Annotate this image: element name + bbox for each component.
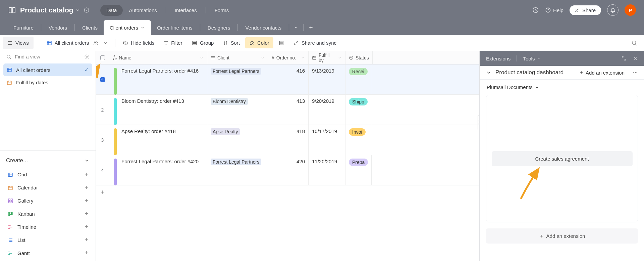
linked-record-chip[interactable]: Apse Realty <box>211 128 240 135</box>
expand-icon[interactable] <box>621 56 627 61</box>
cell-client[interactable]: Bloom Dentistry <box>207 95 268 125</box>
cell-fulfill-by[interactable]: 10/17/2019 <box>309 125 345 155</box>
add-extension-button[interactable]: Add an extension <box>579 70 625 76</box>
tab-order-line-items[interactable]: Order line items <box>151 20 199 35</box>
row-checkbox-cell[interactable]: 2 <box>96 95 109 125</box>
nav-forms[interactable]: Forms <box>209 5 235 16</box>
create-sales-agreement-button[interactable]: Create sales agreement <box>492 151 633 166</box>
history-icon[interactable] <box>532 7 539 13</box>
panel-drag-handle[interactable] <box>478 115 480 130</box>
add-row-button[interactable] <box>96 185 479 199</box>
tab-clients[interactable]: Clients <box>76 20 104 35</box>
cell-status[interactable]: Prepa <box>345 155 372 185</box>
table-row[interactable]: 4 Forrest Legal Partners: order #420 For… <box>96 155 479 185</box>
row-height-button[interactable] <box>275 38 288 48</box>
row-checkbox-cell[interactable]: 3 <box>96 125 109 155</box>
column-header-name[interactable]: ƒx Name <box>109 51 207 64</box>
more-options-icon[interactable] <box>633 70 638 75</box>
linked-record-chip[interactable]: Forrest Legal Partners <box>211 159 261 165</box>
linked-record-chip[interactable]: Bloom Dentistry <box>211 98 248 105</box>
tab-designers[interactable]: Designers <box>202 20 236 35</box>
chevron-down-icon[interactable] <box>103 41 108 45</box>
cell-name[interactable]: Forrest Legal Partners: order #420 <box>109 155 207 185</box>
plus-icon[interactable]: + <box>85 184 88 191</box>
notifications-button[interactable] <box>607 4 619 16</box>
add-extension-footer-button[interactable]: Add an extension <box>486 228 638 244</box>
cell-fulfill-by[interactable]: 9/20/2019 <box>309 95 345 125</box>
column-header-status[interactable]: Status <box>345 51 373 64</box>
tab-vendors[interactable]: Vendors <box>43 20 73 35</box>
plus-icon[interactable]: + <box>85 236 88 244</box>
color-button[interactable]: Color <box>245 37 273 48</box>
group-button[interactable]: Group <box>188 37 218 48</box>
view-switcher[interactable]: All client orders <box>43 37 112 48</box>
sidebar-view-item[interactable]: All client orders✓ <box>3 63 92 76</box>
cell-fulfill-by[interactable]: 11/20/2019 <box>309 155 345 185</box>
table-row[interactable]: Forrest Legal Partners: order #416 Forre… <box>96 64 479 95</box>
cell-name[interactable]: Forrest Legal Partners: order #416 <box>109 64 207 94</box>
plus-icon[interactable]: + <box>85 197 88 204</box>
add-table-button[interactable] <box>305 20 317 35</box>
create-section-header[interactable]: Create... <box>6 155 90 167</box>
find-view-input[interactable] <box>15 54 81 59</box>
filter-button[interactable]: Filter <box>160 37 186 48</box>
cell-name[interactable]: Apse Realty: order #418 <box>109 125 207 155</box>
cell-order-no[interactable]: 420 <box>268 155 309 185</box>
close-icon[interactable] <box>633 56 638 61</box>
column-header-fulfill-by[interactable]: Fulfill by <box>309 51 345 64</box>
base-info-icon[interactable] <box>84 7 90 13</box>
tabs-overflow[interactable] <box>290 20 302 35</box>
cell-name[interactable]: Bloom Dentistry: order #413 <box>109 95 207 125</box>
cell-status[interactable]: Shipp <box>345 95 371 125</box>
cell-order-no[interactable]: 418 <box>268 125 309 155</box>
create-grid-view[interactable]: Grid+ <box>6 168 90 181</box>
chevron-down-icon[interactable] <box>301 56 305 60</box>
tab-vendor-contacts[interactable]: Vendor contacts <box>239 20 287 35</box>
create-gantt-view[interactable]: Gantt+ <box>6 247 90 260</box>
row-checkbox[interactable] <box>100 77 105 82</box>
plus-icon[interactable]: + <box>85 223 88 230</box>
create-list-view[interactable]: List+ <box>6 233 90 247</box>
sort-button[interactable]: Sort <box>219 37 244 48</box>
select-all-checkbox[interactable] <box>96 51 109 64</box>
extension-instance-dropdown[interactable]: Plumsail Documents <box>480 80 644 94</box>
nav-interfaces[interactable]: Interfaces <box>169 5 203 16</box>
plus-icon[interactable]: + <box>85 210 88 217</box>
chevron-down-icon[interactable] <box>338 56 342 60</box>
cell-client[interactable]: Apse Realty <box>207 125 268 155</box>
share-button[interactable]: Share <box>570 5 601 15</box>
tools-tab[interactable]: Tools <box>523 56 541 61</box>
cell-client[interactable]: Forrest Legal Partners <box>207 155 268 185</box>
cell-status[interactable]: Invoi <box>345 125 369 155</box>
create-timeline-view[interactable]: Timeline+ <box>6 220 90 233</box>
search-icon[interactable] <box>631 40 637 46</box>
tab-furniture[interactable]: Furniture <box>7 20 40 35</box>
nav-automations[interactable]: Automations <box>123 5 163 16</box>
hide-fields-button[interactable]: Hide fields <box>119 37 158 48</box>
chevron-down-icon[interactable] <box>140 25 145 30</box>
cell-fulfill-by[interactable]: 9/13/2019 <box>309 64 345 94</box>
sidebar-view-item[interactable]: Fulfill by dates <box>3 76 92 89</box>
cell-order-no[interactable]: 416 <box>268 64 309 94</box>
tab-client-orders[interactable]: Client orders <box>104 20 151 35</box>
chevron-down-icon[interactable] <box>261 56 265 60</box>
cell-order-no[interactable]: 413 <box>268 95 309 125</box>
create-gallery-view[interactable]: Gallery+ <box>6 194 90 207</box>
cell-status[interactable]: Recei <box>345 64 371 94</box>
row-checkbox-cell[interactable]: 4 <box>96 155 109 185</box>
chevron-down-icon[interactable] <box>200 56 204 60</box>
linked-record-chip[interactable]: Forrest Legal Partners <box>211 68 261 75</box>
table-row[interactable]: 2 Bloom Dentistry: order #413 Bloom Dent… <box>96 95 479 125</box>
gear-icon[interactable] <box>84 54 90 59</box>
extensions-tab[interactable]: Extensions <box>486 56 511 61</box>
share-sync-button[interactable]: Share and sync <box>289 37 340 48</box>
views-toggle-button[interactable]: Views <box>3 37 34 49</box>
row-checkbox-cell[interactable] <box>96 64 109 94</box>
help-button[interactable]: Help <box>545 7 564 13</box>
create-kanban-view[interactable]: Kanban+ <box>6 207 90 220</box>
chevron-down-icon[interactable] <box>486 70 491 75</box>
cell-client[interactable]: Forrest Legal Partners <box>207 64 268 94</box>
user-avatar[interactable]: P <box>625 4 636 16</box>
nav-data[interactable]: Data <box>100 5 123 16</box>
plus-icon[interactable]: + <box>85 171 88 178</box>
